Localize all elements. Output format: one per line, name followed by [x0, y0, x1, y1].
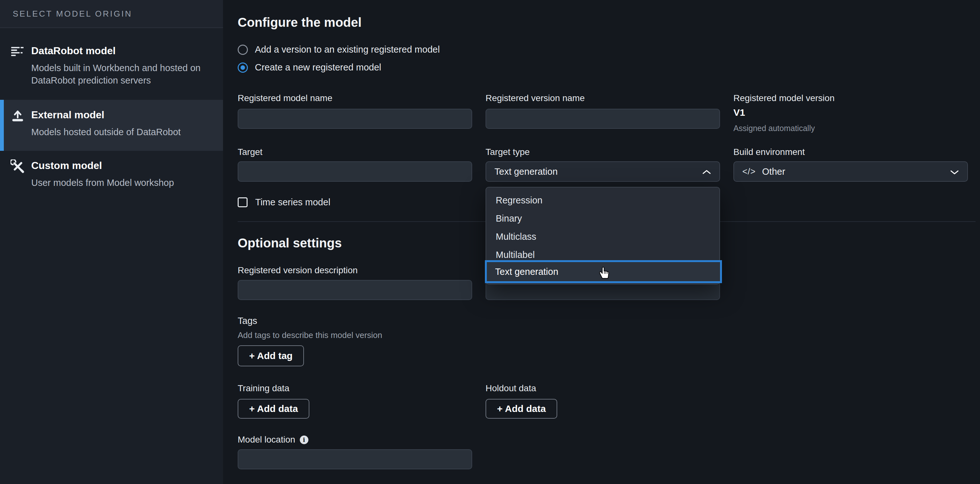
checkbox-unchecked-icon[interactable]	[238, 197, 248, 207]
add-holdout-data-button[interactable]: + Add data	[485, 399, 557, 419]
model-location-label: Model location	[238, 434, 295, 445]
menu-option-binary[interactable]: Binary	[486, 209, 719, 228]
chevron-down-icon	[950, 166, 959, 177]
configure-model-panel: Configure the model Add a version to an …	[223, 0, 980, 484]
register-model-page: SELECT MODEL ORIGIN DataRobot model Mode…	[0, 0, 980, 484]
code-icon: </>	[742, 167, 756, 177]
sidebar-item-description: User models from Model workshop	[31, 177, 174, 189]
build-environment-select[interactable]: </> Other	[733, 161, 968, 182]
tags-label: Tags	[238, 316, 257, 326]
sidebar-item-description: Models hosted outside of DataRobot	[31, 126, 181, 138]
target-type-select[interactable]: Text generation	[485, 161, 720, 182]
model-origin-sidebar: SELECT MODEL ORIGIN DataRobot model Mode…	[0, 0, 223, 484]
sidebar-item-content: External model Models hosted outside of …	[31, 109, 181, 138]
radio-add-version[interactable]: Add a version to an existing registered …	[238, 44, 440, 55]
radio-on-icon[interactable]	[238, 62, 248, 73]
sidebar-item-title: External model	[31, 109, 181, 121]
model-version-note: Assigned automatically	[733, 124, 815, 133]
registered-version-name-label: Registered version name	[485, 93, 585, 103]
sidebar-item-external-model[interactable]: External model Models hosted outside of …	[0, 100, 223, 151]
target-label: Target	[238, 147, 262, 157]
tools-icon	[11, 160, 25, 175]
menu-option-regression[interactable]: Regression	[486, 191, 719, 209]
sidebar-item-title: DataRobot model	[31, 45, 210, 57]
target-type-label: Target type	[485, 147, 530, 157]
build-environment-value: Other	[762, 166, 785, 177]
target-type-value: Text generation	[495, 166, 558, 177]
sidebar-header: SELECT MODEL ORIGIN	[0, 0, 223, 28]
menu-option-text-generation-highlighted[interactable]: Text generation	[485, 260, 722, 283]
sidebar-title: SELECT MODEL ORIGIN	[13, 9, 132, 19]
info-icon[interactable]: i	[300, 436, 309, 444]
registered-model-version-label: Registered model version	[733, 93, 835, 103]
add-training-data-button[interactable]: + Add data	[238, 399, 309, 419]
radio-label: Add a version to an existing registered …	[255, 44, 440, 55]
model-location-label-row: Model location i	[238, 434, 309, 445]
target-type-dropdown-menu: Regression Binary Multiclass Multilabel …	[485, 187, 720, 284]
registered-model-name-input[interactable]	[238, 109, 472, 129]
model-location-input[interactable]	[238, 449, 472, 469]
radio-off-icon[interactable]	[238, 45, 248, 55]
page-title: Configure the model	[238, 15, 362, 30]
add-tag-button[interactable]: + Add tag	[238, 345, 304, 366]
radio-label: Create a new registered model	[255, 62, 381, 73]
target-input[interactable]	[238, 161, 472, 182]
model-version-value: V1	[733, 107, 745, 118]
sidebar-item-custom-model[interactable]: Custom model User models from Model work…	[0, 160, 223, 189]
training-data-label: Training data	[238, 383, 289, 393]
upload-icon	[11, 109, 25, 125]
chevron-up-icon	[702, 166, 711, 177]
radio-create-new[interactable]: Create a new registered model	[238, 62, 381, 73]
sidebar-item-content: Custom model User models from Model work…	[31, 160, 174, 189]
registered-version-name-input[interactable]	[485, 109, 720, 129]
sidebar-item-title: Custom model	[31, 160, 174, 171]
model-lines-icon	[11, 45, 25, 60]
menu-option-multiclass[interactable]: Multiclass	[486, 228, 719, 246]
sidebar-item-datarobot-model[interactable]: DataRobot model Models built in Workbenc…	[0, 45, 223, 87]
version-description-label: Registered version description	[238, 265, 358, 275]
registered-model-name-label: Registered model name	[238, 93, 332, 103]
build-environment-label: Build environment	[733, 147, 805, 157]
time-series-label: Time series model	[255, 197, 330, 208]
sidebar-item-description: Models built in Workbench and hosted on …	[31, 62, 210, 87]
version-description-input[interactable]	[238, 280, 472, 300]
tags-hint: Add tags to describe this model version	[238, 330, 382, 340]
sidebar-item-content: DataRobot model Models built in Workbenc…	[31, 45, 210, 87]
holdout-data-label: Holdout data	[485, 383, 536, 393]
time-series-option[interactable]: Time series model	[238, 197, 330, 208]
optional-settings-heading: Optional settings	[238, 236, 342, 250]
